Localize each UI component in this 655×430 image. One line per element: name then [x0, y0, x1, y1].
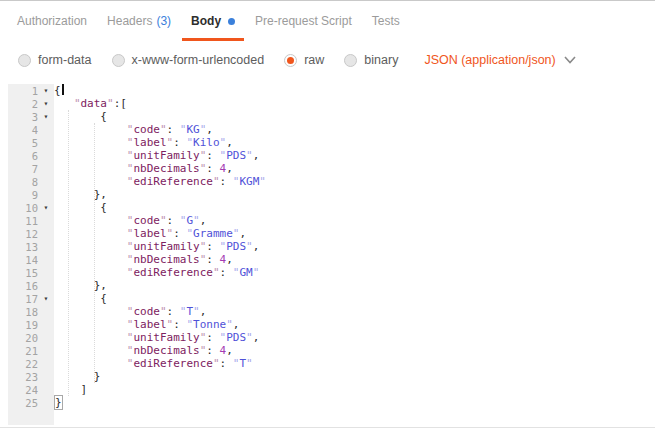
fold-toggle-icon[interactable]: ▾ [38, 292, 54, 305]
panel-bottom-border [0, 427, 655, 428]
content-type-label: JSON (application/json) [424, 53, 555, 67]
tab-label: Body [191, 14, 221, 28]
code-line[interactable]: "label": "Tonne", [54, 318, 266, 331]
fold-toggle-icon[interactable]: ▾ [38, 97, 54, 110]
code-line[interactable]: "nbDecimals": 4, [54, 253, 266, 266]
code-line[interactable]: "code": "T", [54, 305, 266, 318]
radio-option-raw[interactable]: raw [284, 53, 324, 67]
code-line[interactable]: "unitFamily": "PDS", [54, 331, 266, 344]
gutter-line: 2▾ [8, 97, 54, 110]
gutter-line: 23 [8, 370, 54, 383]
code-line[interactable]: { [54, 201, 266, 214]
gutter-line: 15 [8, 266, 54, 279]
gutter-line: 19 [8, 318, 54, 331]
radio-icon [344, 54, 357, 67]
gutter-line: 11 [8, 214, 54, 227]
tab-label: Tests [372, 14, 400, 28]
tab-authorization[interactable]: Authorization [8, 1, 96, 41]
gutter-line: 8 [8, 175, 54, 188]
gutter-line: 24 [8, 383, 54, 396]
code-content[interactable]: { "data":[ { "code": "KG", "label": "Kil… [54, 84, 266, 409]
code-line[interactable]: "ediReference": "T" [54, 357, 266, 370]
radio-option-binary[interactable]: binary [344, 53, 398, 67]
tab-pre-request-script[interactable]: Pre-request Script [246, 1, 361, 41]
gutter-line: 12 [8, 227, 54, 240]
fold-toggle-icon[interactable]: ▾ [38, 110, 54, 123]
gutter-line: 7 [8, 162, 54, 175]
tab-label: Headers [107, 14, 152, 28]
code-line[interactable]: } [54, 396, 266, 409]
gutter-line: 4 [8, 123, 54, 136]
gutter-line: 21 [8, 344, 54, 357]
code-line[interactable]: }, [54, 279, 266, 292]
request-tabs: Authorization Headers (3) Body Pre-reque… [0, 1, 655, 41]
radio-label: form-data [38, 53, 92, 67]
gutter-line: 16 [8, 279, 54, 292]
gutter-line: 25 [8, 396, 54, 409]
code-line[interactable]: "unitFamily": "PDS", [54, 240, 266, 253]
line-number-gutter: 1▾2▾3▾45678910▾11121314151617▾1819202122… [8, 84, 54, 425]
code-line[interactable]: "ediReference": "KGM" [54, 175, 266, 188]
code-line[interactable]: "nbDecimals": 4, [54, 162, 266, 175]
code-line[interactable]: "code": "KG", [54, 123, 266, 136]
gutter-line: 17▾ [8, 292, 54, 305]
gutter-line: 13 [8, 240, 54, 253]
code-line[interactable]: { [54, 110, 266, 123]
gutter-line: 18 [8, 305, 54, 318]
fold-toggle-icon[interactable]: ▾ [38, 201, 54, 214]
tab-label: Pre-request Script [255, 14, 352, 28]
code-line[interactable]: "nbDecimals": 4, [54, 344, 266, 357]
code-line[interactable]: } [54, 370, 266, 383]
fold-toggle-icon[interactable]: ▾ [38, 84, 54, 97]
code-line[interactable]: { [54, 84, 266, 97]
radio-option-form-data[interactable]: form-data [18, 53, 92, 67]
radio-icon [18, 54, 31, 67]
code-line[interactable]: ] [54, 383, 266, 396]
gutter-line: 6 [8, 149, 54, 162]
gutter-line: 3▾ [8, 110, 54, 123]
raw-body-code-editor[interactable]: 1▾2▾3▾45678910▾11121314151617▾1819202122… [0, 84, 655, 425]
radio-label: binary [364, 53, 398, 67]
chevron-down-icon [564, 56, 576, 64]
tab-label: Authorization [17, 14, 87, 28]
radio-icon [112, 54, 125, 67]
text-cursor [62, 84, 64, 95]
gutter-line: 14 [8, 253, 54, 266]
gutter-line: 1▾ [8, 84, 54, 97]
code-line[interactable]: "label": "Kilo", [54, 136, 266, 149]
gutter-line: 20 [8, 331, 54, 344]
content-type-dropdown[interactable]: JSON (application/json) [424, 53, 575, 67]
headers-count-badge: (3) [156, 14, 171, 28]
radio-label: raw [304, 53, 324, 67]
code-line[interactable]: { [54, 292, 266, 305]
body-type-bar: form-data x-www-form-urlencoded raw bina… [18, 49, 576, 71]
code-line[interactable]: "code": "G", [54, 214, 266, 227]
code-line[interactable]: }, [54, 188, 266, 201]
tab-body[interactable]: Body [182, 1, 244, 41]
radio-label: x-www-form-urlencoded [132, 53, 265, 67]
gutter-line: 22 [8, 357, 54, 370]
tab-tests[interactable]: Tests [363, 1, 409, 41]
gutter-line: 10▾ [8, 201, 54, 214]
code-line[interactable]: "data":[ [54, 97, 266, 110]
gutter-line: 9 [8, 188, 54, 201]
body-content-dot-icon [228, 18, 235, 25]
radio-option-x-www-form-urlencoded[interactable]: x-www-form-urlencoded [112, 53, 265, 67]
code-line[interactable]: "unitFamily": "PDS", [54, 149, 266, 162]
code-line[interactable]: "label": "Gramme", [54, 227, 266, 240]
code-line[interactable]: "ediReference": "GM" [54, 266, 266, 279]
radio-selected-icon [284, 54, 297, 67]
tab-headers[interactable]: Headers (3) [98, 1, 180, 41]
gutter-line: 5 [8, 136, 54, 149]
